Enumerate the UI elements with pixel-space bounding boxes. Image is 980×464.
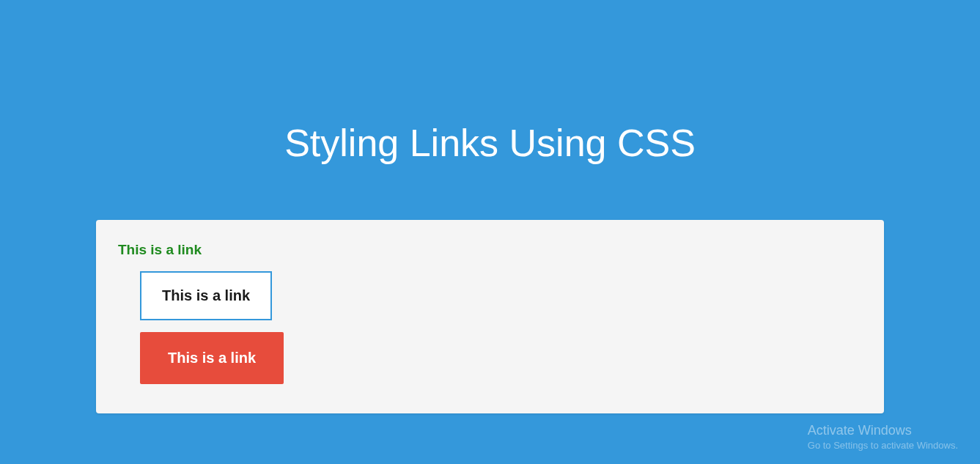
watermark-subtitle: Go to Settings to activate Windows. [808, 440, 958, 451]
outlined-link[interactable]: This is a link [140, 271, 272, 320]
windows-activation-watermark: Activate Windows Go to Settings to activ… [808, 423, 958, 451]
filled-link[interactable]: This is a link [140, 332, 284, 384]
plain-link[interactable]: This is a link [118, 242, 202, 258]
page-title: Styling Links Using CSS [0, 121, 980, 165]
demo-panel: This is a link This is a link This is a … [96, 220, 884, 413]
watermark-title: Activate Windows [808, 423, 958, 438]
